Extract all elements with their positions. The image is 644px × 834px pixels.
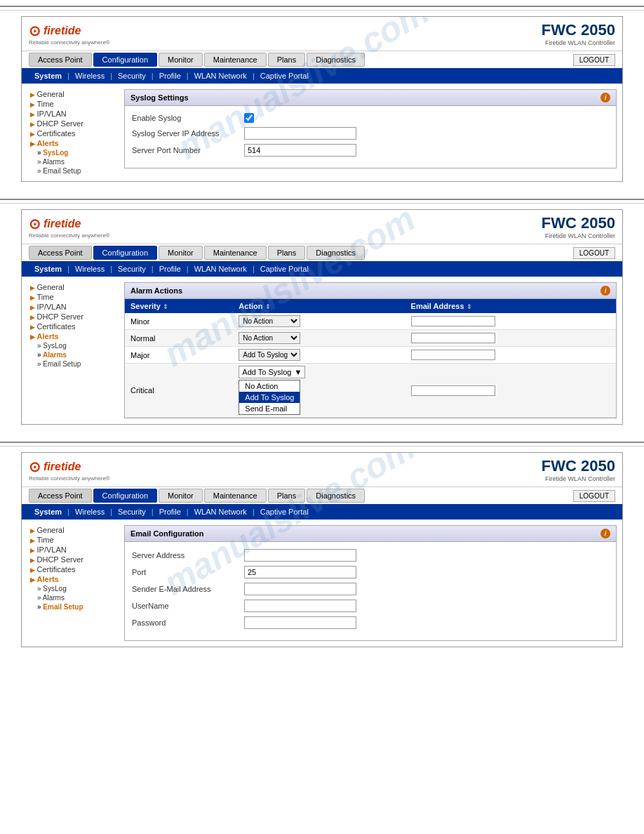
- input-port[interactable]: [244, 566, 356, 578]
- nav-access-point-1[interactable]: Access Point: [29, 53, 92, 67]
- sub-nav-profile-1[interactable]: Profile: [154, 70, 187, 81]
- panel-title-email: Email Configuration: [130, 529, 204, 538]
- sidebar-general-3[interactable]: General: [27, 525, 119, 535]
- logout-btn-1[interactable]: LOGOUT: [573, 54, 615, 66]
- sub-nav-wlan-2[interactable]: WLAN Network: [189, 263, 253, 274]
- sidebar-emailsetup-3[interactable]: Email Setup: [27, 602, 119, 611]
- sidebar-alerts-1[interactable]: Alerts: [27, 138, 119, 148]
- nav-maintenance-3[interactable]: Maintenance: [204, 489, 267, 503]
- cell-severity-major: Major: [125, 347, 233, 364]
- nav-configuration-3[interactable]: Configuration: [93, 489, 157, 503]
- sub-nav-wireless-3[interactable]: Wireless: [69, 506, 110, 517]
- sub-nav-wlan-1[interactable]: WLAN Network: [189, 70, 253, 81]
- sub-nav-system-3[interactable]: System: [29, 506, 67, 517]
- sidebar-syslog-3[interactable]: SysLog: [27, 584, 119, 593]
- fwc-model: FWC 2050: [542, 21, 615, 39]
- sidebar-ipvlan-2[interactable]: IP/VLAN: [27, 302, 119, 312]
- sidebar-alarms-1[interactable]: Alarms: [27, 157, 119, 166]
- sidebar-emailsetup-1[interactable]: Email Setup: [27, 166, 119, 176]
- form-row-password: Password: [132, 616, 609, 629]
- nav-access-point-3[interactable]: Access Point: [29, 489, 92, 503]
- nav-plans-2[interactable]: Plans: [268, 246, 306, 260]
- sub-nav-captive-3[interactable]: Captive Portal: [255, 506, 314, 517]
- select-action-major[interactable]: No Action Add To Syslog Send E-mail: [239, 349, 300, 361]
- input-username[interactable]: [244, 600, 356, 612]
- info-icon-alarms[interactable]: i: [601, 286, 610, 296]
- nav-diagnostics-2[interactable]: Diagnostics: [307, 246, 365, 260]
- input-password[interactable]: [244, 616, 356, 629]
- sub-nav-wlan-3[interactable]: WLAN Network: [189, 506, 253, 517]
- cell-email-minor: [405, 313, 616, 330]
- sidebar-general-1[interactable]: General: [27, 89, 119, 99]
- checkbox-enable-syslog[interactable]: [244, 113, 254, 123]
- sub-nav-system-2[interactable]: System: [29, 263, 67, 274]
- sub-nav-security-2[interactable]: Security: [112, 263, 152, 274]
- sub-nav-captive-1[interactable]: Captive Portal: [255, 70, 314, 81]
- select-action-normal[interactable]: No Action Add To Syslog Send E-mail: [239, 332, 300, 344]
- sidebar-certs-3[interactable]: Certificates: [27, 564, 119, 574]
- input-email-critical[interactable]: [411, 385, 495, 396]
- sidebar-dhcp-2[interactable]: DHCP Server: [27, 312, 119, 322]
- sub-nav-profile-2[interactable]: Profile: [154, 263, 187, 274]
- sub-nav-wireless-1[interactable]: Wireless: [69, 70, 110, 81]
- sidebar-dhcp-1[interactable]: DHCP Server: [27, 119, 119, 128]
- sidebar-certs-1[interactable]: Certificates: [27, 128, 119, 138]
- input-port-number[interactable]: [244, 144, 356, 157]
- sub-nav-wireless-2[interactable]: Wireless: [69, 263, 110, 274]
- th-email: Email Address ⇕: [405, 299, 616, 313]
- sidebar-alarms-3[interactable]: Alarms: [27, 593, 119, 602]
- sidebar-dhcp-3[interactable]: DHCP Server: [27, 555, 119, 564]
- nav-configuration-2[interactable]: Configuration: [93, 246, 157, 260]
- nav-monitor-1[interactable]: Monitor: [159, 53, 203, 67]
- input-sender-email[interactable]: [244, 583, 356, 595]
- nav-plans-1[interactable]: Plans: [268, 53, 306, 67]
- section-email: manualslive.com ⊙ firetide Reliable conn…: [21, 452, 623, 647]
- input-server-ip[interactable]: [244, 127, 356, 140]
- logo-tagline-3: Reliable connectivity anywhere®: [29, 475, 110, 482]
- nav-monitor-2[interactable]: Monitor: [159, 246, 203, 260]
- input-server-addr[interactable]: [244, 549, 356, 562]
- sub-nav-captive-2[interactable]: Captive Portal: [255, 263, 314, 274]
- nav-access-point-2[interactable]: Access Point: [29, 246, 92, 260]
- sidebar-general-2[interactable]: General: [27, 282, 119, 292]
- nav-diagnostics-3[interactable]: Diagnostics: [307, 489, 365, 503]
- sub-nav-system-1[interactable]: System: [29, 70, 67, 81]
- sidebar-syslog-2[interactable]: SysLog: [27, 341, 119, 350]
- logout-btn-3[interactable]: LOGOUT: [573, 490, 615, 502]
- sidebar-certs-2[interactable]: Certificates: [27, 322, 119, 331]
- sidebar-alerts-3[interactable]: Alerts: [27, 574, 119, 584]
- sub-nav-2: System | Wireless | Security | Profile |…: [22, 261, 622, 277]
- panel-email: Email Configuration i Server Address Por…: [124, 525, 617, 641]
- nav-plans-3[interactable]: Plans: [268, 489, 306, 503]
- input-email-minor[interactable]: [411, 316, 495, 326]
- sidebar-ipvlan-3[interactable]: IP/VLAN: [27, 545, 119, 555]
- nav-maintenance-1[interactable]: Maintenance: [204, 53, 267, 67]
- sidebar-syslog-1[interactable]: SysLog: [27, 148, 119, 157]
- sub-nav-profile-3[interactable]: Profile: [154, 506, 187, 517]
- sidebar-time-2[interactable]: Time: [27, 292, 119, 302]
- dropdown-trigger-critical[interactable]: Add To Syslog ▼: [239, 366, 305, 378]
- input-email-major[interactable]: [411, 350, 495, 360]
- sidebar-alerts-2[interactable]: Alerts: [27, 331, 119, 341]
- sidebar-ipvlan-1[interactable]: IP/VLAN: [27, 109, 119, 119]
- sidebar-alarms-2[interactable]: Alarms: [27, 350, 119, 359]
- sidebar-time-3[interactable]: Time: [27, 535, 119, 545]
- logout-btn-2[interactable]: LOGOUT: [573, 247, 615, 259]
- sidebar-emailsetup-2[interactable]: Email Setup: [27, 359, 119, 369]
- nav-monitor-3[interactable]: Monitor: [159, 489, 203, 503]
- dropdown-option-noaction[interactable]: No Action: [239, 380, 300, 392]
- dropdown-option-addsyslog[interactable]: Add To Syslog: [239, 392, 300, 403]
- sub-nav-security-3[interactable]: Security: [112, 506, 152, 517]
- sidebar-time-1[interactable]: Time: [27, 99, 119, 109]
- info-icon-email[interactable]: i: [601, 529, 610, 538]
- content-area-3: General Time IP/VLAN DHCP Server Certifi…: [22, 519, 622, 647]
- sub-nav-security-1[interactable]: Security: [112, 70, 152, 81]
- nav-diagnostics-1[interactable]: Diagnostics: [307, 53, 365, 67]
- nav-configuration-1[interactable]: Configuration: [93, 53, 157, 67]
- info-icon-syslog[interactable]: i: [601, 93, 610, 102]
- nav-maintenance-2[interactable]: Maintenance: [204, 246, 267, 260]
- input-email-normal[interactable]: [411, 333, 495, 343]
- dropdown-option-sendemail[interactable]: Send E-mail: [239, 403, 300, 414]
- select-action-minor[interactable]: No Action Add To Syslog Send E-mail: [239, 315, 300, 327]
- alarm-table: Severity ⇕ Action ⇕ Email Address ⇕ Mino…: [125, 299, 616, 418]
